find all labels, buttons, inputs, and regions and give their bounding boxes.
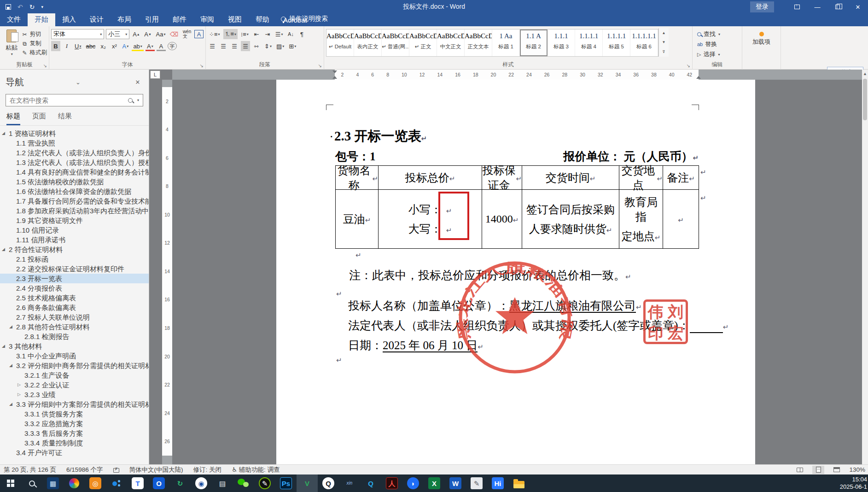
expand-arrow-icon[interactable]: ◢ xyxy=(9,361,16,370)
qq[interactable]: Q xyxy=(318,474,339,492)
document-search-box[interactable]: ▾ xyxy=(6,94,143,106)
nav-heading-item[interactable]: 1.2 法定代表人（或非法人组织负责人）身份证明 xyxy=(0,148,149,158)
nav-heading-item[interactable]: 1.6 依法缴纳社会保障资金的缴款凭据 xyxy=(0,187,149,196)
ribbon-tab[interactable]: 文件 xyxy=(0,13,28,26)
highlight-color-button[interactable]: ab▾ xyxy=(132,41,143,51)
shrink-font-button[interactable]: A▼ xyxy=(143,29,153,39)
horizontal-ruler[interactable]: 24681012141618202224262830323436384042 xyxy=(172,70,862,80)
windows-start[interactable] xyxy=(0,474,21,492)
phonetic-guide-button[interactable]: wén文 xyxy=(181,29,192,39)
nav-heading-item[interactable]: ◢ 2 符合性证明材料 xyxy=(0,245,149,254)
print-layout-button[interactable] xyxy=(812,466,824,474)
style-item[interactable]: 1 Aa 标题 1 xyxy=(492,29,520,56)
character-shading-button[interactable]: A xyxy=(157,41,166,51)
close-pane-icon[interactable]: ✕ xyxy=(132,79,143,86)
asian-layout-button[interactable]: ☰▾ xyxy=(274,29,285,39)
increase-indent-button[interactable]: ⇥ xyxy=(263,29,272,39)
word[interactable]: W xyxy=(445,474,466,492)
bold-button[interactable]: B xyxy=(51,41,60,51)
font-color-button[interactable]: A▾ xyxy=(146,41,155,51)
printer-app[interactable]: ▤ xyxy=(212,474,233,492)
tell-me-search[interactable]: 操作说明搜索 xyxy=(281,15,328,26)
search-input[interactable] xyxy=(6,97,128,104)
nav-heading-item[interactable]: 1.9 其它资格证明文件 xyxy=(0,216,149,225)
right-indent-marker[interactable] xyxy=(696,76,701,79)
styles-gallery-more[interactable]: ▲▼⊽ xyxy=(658,28,669,57)
nav-heading-item[interactable]: 2.4 分项报价表 xyxy=(0,283,149,293)
word-count[interactable]: 6/15986 个字 xyxy=(66,466,103,474)
screenshot-tool[interactable]: ◎ xyxy=(85,474,106,492)
scroll-up-icon[interactable]: ▲ xyxy=(862,70,868,76)
nav-heading-item[interactable]: 2.2 递交投标保证金证明材料复印件 xyxy=(0,264,149,274)
addins-button[interactable]: 加载项 xyxy=(744,32,779,46)
select-button[interactable]: ▷选择▾ xyxy=(697,50,737,59)
expand-arrow-icon[interactable]: ◢ xyxy=(9,322,16,332)
login-button[interactable]: 登录 xyxy=(750,1,774,12)
font-size-select[interactable]: 小三▾ xyxy=(106,29,129,39)
align-right-button[interactable]: ☰ xyxy=(230,41,239,51)
style-item[interactable]: 1.1.1.1.1 标题 6 xyxy=(630,29,658,56)
style-item[interactable]: AaBbCcDc ↵ Default xyxy=(326,29,354,56)
style-item[interactable]: AaBbCcDd 中文正文 xyxy=(437,29,465,56)
scrollbar-thumb[interactable] xyxy=(863,79,867,120)
app-grid[interactable]: ▦ xyxy=(42,474,64,492)
nav-heading-item[interactable]: 3.1 中小企业声明函 xyxy=(0,351,149,361)
close-button[interactable]: ✕ xyxy=(848,0,868,14)
search-options-chevron-icon[interactable]: ▾ xyxy=(137,98,139,102)
page-indicator[interactable]: 第 20 页, 共 126 页 xyxy=(4,466,56,474)
nav-heading-item[interactable]: 2.3 开标一览表 xyxy=(0,274,149,283)
document-canvas[interactable]: ▪ 2.3 开标一览表 包号：1 报价单位： 元（人民币） 货物名称 投标总价 … xyxy=(172,80,862,464)
cut-button[interactable]: ✂剪切 xyxy=(22,30,47,38)
style-item[interactable]: 1.1.1 标题 3 xyxy=(548,29,575,56)
show-marks-button[interactable]: ¶ xyxy=(297,29,307,39)
line-spacing-button[interactable]: ⇕▾ xyxy=(263,41,273,51)
expand-arrow-icon[interactable]: ◢ xyxy=(2,341,9,351)
nav-heading-item[interactable]: 1.7 具备履行合同所必需的设备和专业技术能力 xyxy=(0,196,149,206)
strikethrough-button[interactable]: abc xyxy=(84,41,97,51)
enclosed-character-button[interactable]: 字 xyxy=(168,42,177,50)
nav-heading-item[interactable]: ◢ 3 其他材料 xyxy=(0,341,149,351)
vertical-scrollbar[interactable]: ▲ xyxy=(862,70,868,464)
o-app[interactable]: O xyxy=(148,474,169,492)
vertical-ruler[interactable]: 2468101214161820222426 xyxy=(162,80,172,464)
nav-heading-item[interactable]: 1.1 营业执照 xyxy=(0,138,149,148)
multilevel-list-button[interactable]: ⁝≡▾ xyxy=(239,29,250,39)
font-dialog-launcher[interactable]: ↘ xyxy=(200,63,204,68)
acrobat[interactable]: 人 xyxy=(381,474,402,492)
copy-button[interactable]: ⧉复制 xyxy=(22,40,47,47)
numbering-button[interactable]: ⒈≡▾ xyxy=(223,29,238,39)
media-swirl[interactable] xyxy=(64,474,85,492)
hanging-indent-marker[interactable] xyxy=(332,76,337,79)
nav-heading-item[interactable]: ▷ 3.2.2 企业认证 xyxy=(0,380,149,390)
expand-arrow-icon[interactable]: ▷ xyxy=(17,380,24,390)
undo-icon[interactable]: ↶ xyxy=(17,3,23,11)
ribbon-tab[interactable]: 开始 xyxy=(28,13,55,26)
nav-heading-item[interactable]: 1.10 信用记录 xyxy=(0,225,149,235)
nav-heading-item[interactable]: ▷ 3.2.3 业绩 xyxy=(0,390,149,399)
expand-arrow-icon[interactable]: ◢ xyxy=(2,245,9,254)
proofing-errors-icon[interactable] xyxy=(113,468,119,473)
search-icon[interactable] xyxy=(128,98,133,103)
superscript-button[interactable]: x² xyxy=(110,41,119,51)
style-item[interactable]: AaBbCcDc 正文文本 xyxy=(465,29,492,56)
tab-selector[interactable]: L xyxy=(150,70,160,79)
docs-t-app[interactable]: T xyxy=(127,474,148,492)
ribbon-tab[interactable]: 邮件 xyxy=(166,13,193,26)
save-icon[interactable] xyxy=(6,4,11,10)
clear-formatting-button[interactable]: ⌫ xyxy=(169,29,180,39)
ribbon-tab[interactable]: 视图 xyxy=(221,13,249,26)
nav-heading-item[interactable]: ◢ 1 资格证明材料 xyxy=(0,129,149,138)
expand-arrow-icon[interactable]: ◢ xyxy=(2,129,9,138)
nav-heading-item[interactable]: 2.8.1 检测报告 xyxy=(0,332,149,341)
align-center-button[interactable]: ☰ xyxy=(219,41,228,51)
underline-button[interactable]: U▾ xyxy=(73,41,82,51)
nav-heading-item[interactable]: ◢ 3.3 评分细则中方案部分需提供的相关证明材料 xyxy=(0,399,149,409)
nav-heading-item[interactable]: 3.2.1 生产设备 xyxy=(0,370,149,380)
badge-app[interactable]: ◉ xyxy=(191,474,212,492)
align-left-button[interactable]: ☰ xyxy=(208,41,217,51)
nav-tab[interactable]: 结果 xyxy=(58,112,72,125)
green-v-app[interactable]: V xyxy=(297,474,318,492)
customize-qat-icon[interactable]: ▾ xyxy=(41,5,43,9)
nav-tab[interactable]: 标题 xyxy=(6,112,20,125)
quark-browser[interactable]: ◗ xyxy=(402,474,424,492)
